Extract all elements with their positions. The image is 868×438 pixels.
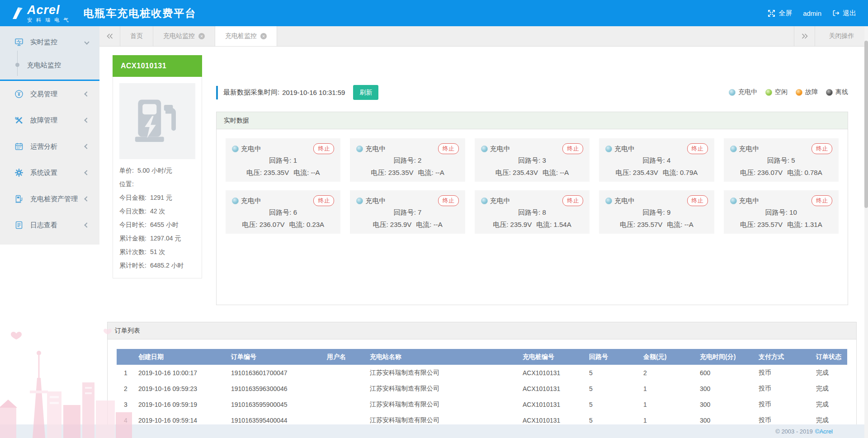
circuit-no: 1	[293, 156, 297, 164]
current-value: 1.54A	[554, 221, 571, 228]
charging-status-icon	[730, 198, 737, 204]
circuit-card: 充电中终止 回路号: 2 电压: 235.35V电流: --A	[350, 138, 465, 182]
close-operations-label: 关闭操作	[829, 32, 854, 40]
scrollbar-thumb[interactable]	[864, 41, 868, 208]
tabs-scroll-right-button[interactable]	[794, 26, 815, 46]
gear-icon	[14, 168, 24, 177]
legend-label: 故障	[805, 88, 818, 96]
status-label: 充电中	[739, 145, 760, 153]
stat-today-count: 今日次数: 42 次	[119, 207, 195, 216]
cell-circuit: 5	[585, 381, 640, 396]
fullscreen-button[interactable]: 全屏	[768, 9, 792, 18]
tab-station-monitor[interactable]: 充电站监控 ×	[153, 26, 215, 46]
cell-pile-no: ACX1010131	[519, 365, 585, 381]
stat-label: 今日时长:	[119, 221, 146, 229]
logout-button[interactable]: 退出	[832, 9, 856, 18]
collect-time-label: 最新数据采集时间:	[223, 88, 279, 97]
close-icon[interactable]: ×	[260, 33, 267, 39]
tabs-scroll-left-button[interactable]	[99, 26, 120, 46]
sidebar-item-realtime-monitor[interactable]: 实时监控	[0, 31, 99, 53]
circuit-label: 回路号:	[643, 156, 665, 164]
realtime-data-title: 实时数据	[217, 112, 848, 129]
orders-header-row: 创建日期 订单编号 用户名 充电站名称 充电桩编号 回路号 金额(元) 充电时间…	[117, 349, 847, 365]
sidebar-item-station-monitor[interactable]: 充电站监控	[0, 53, 99, 77]
sidebar-item-transactions[interactable]: 交易管理	[0, 81, 99, 107]
status-label: 充电中	[614, 145, 635, 153]
collect-time-row: 最新数据采集时间: 2019-10-16 10:31:59 刷新	[216, 85, 378, 100]
username: admin	[803, 9, 821, 17]
sidebar-item-faults[interactable]: 故障管理	[0, 107, 99, 133]
voltage-value: 235.57V	[757, 221, 783, 228]
chevron-down-icon	[84, 39, 89, 44]
col-header: 金额(元)	[640, 349, 696, 365]
status-label: 充电中	[490, 197, 510, 205]
legend-label: 充电中	[738, 88, 757, 96]
terminate-button[interactable]: 终止	[562, 143, 583, 154]
card-status: 充电中	[481, 145, 510, 153]
terminate-button[interactable]: 终止	[687, 143, 708, 154]
terminate-button[interactable]: 终止	[438, 195, 459, 206]
chevron-left-icon	[84, 170, 89, 175]
terminate-button[interactable]: 终止	[562, 195, 583, 206]
current-label: 电流:	[663, 169, 678, 176]
circuit-label: 回路号:	[643, 208, 665, 216]
circuit-card: 充电中终止 回路号: 10 电压: 235.57V电流: 1.31A	[724, 190, 839, 234]
table-row[interactable]: 1 2019-10-16 10:00:17 1910163601700047 江…	[117, 365, 847, 381]
stat-label: 位置:	[119, 180, 134, 188]
stat-value: 1291 元	[150, 193, 172, 202]
refresh-button[interactable]: 刷新	[353, 85, 378, 100]
terminate-button[interactable]: 终止	[313, 143, 334, 154]
cell-duration: 300	[696, 381, 755, 396]
logo-main: Acrel	[27, 4, 70, 16]
tab-pile-monitor[interactable]: 充电桩监控 ×	[215, 26, 277, 46]
sidebar-item-settings[interactable]: 系统设置	[0, 160, 99, 186]
current-label: 电流:	[293, 169, 309, 176]
col-header: 订单状态	[812, 349, 847, 365]
circuit-no: 7	[418, 208, 421, 216]
status-label: 充电中	[241, 197, 261, 205]
terminate-button[interactable]: 终止	[313, 195, 334, 206]
terminate-button[interactable]: 终止	[687, 195, 708, 206]
col-header: 充电桩编号	[519, 349, 585, 365]
status-label: 充电中	[365, 145, 386, 153]
user-menu[interactable]: admin	[803, 9, 821, 17]
realtime-data-panel: 实时数据 充电中终止 回路号: 1 电压: 235.35V电流: --A 充电中…	[216, 112, 848, 305]
col-header: 订单编号	[227, 349, 323, 365]
voltage-value: 236.07V	[259, 221, 285, 228]
card-status: 充电中	[730, 197, 760, 205]
offline-status-icon	[826, 89, 833, 96]
sidebar-item-analysis[interactable]: 运营分析	[0, 133, 99, 160]
circuit-no: 4	[667, 156, 670, 164]
tab-home[interactable]: 首页	[120, 26, 153, 46]
circuit-no: 10	[789, 208, 797, 216]
col-header: 充电时间(分)	[696, 349, 755, 365]
logo-text: Acrel 安 科 瑞 电 气	[27, 4, 70, 23]
voltage-value: 235.35V	[264, 169, 289, 176]
sidebar-item-pile-assets[interactable]: 充电桩资产管理	[0, 186, 99, 212]
current-label: 电流:	[542, 169, 558, 176]
card-status: 充电中	[232, 197, 261, 205]
table-row[interactable]: 2 2019-10-16 09:59:23 1910163596300046 江…	[117, 381, 847, 396]
circuit-no: 5	[791, 156, 795, 164]
terminate-button[interactable]: 终止	[438, 143, 459, 154]
sidebar-item-logs[interactable]: 日志查看	[0, 212, 99, 238]
cell-status: 完成	[812, 396, 847, 412]
current-value: 0.79A	[680, 169, 698, 176]
footer-brand-link[interactable]: ©Acrel	[815, 428, 833, 435]
voltage-value: 235.35V	[388, 169, 414, 176]
close-icon[interactable]: ×	[198, 33, 205, 39]
voltage-label: 电压:	[740, 169, 755, 176]
double-chevron-right-icon	[802, 33, 808, 39]
terminate-button[interactable]: 终止	[811, 195, 832, 206]
row-index: 3	[117, 396, 135, 412]
terminate-button[interactable]: 终止	[811, 143, 832, 154]
stat-today-amount: 今日金额: 1291 元	[119, 193, 195, 202]
col-header: 充电站名称	[366, 349, 519, 365]
vertical-scrollbar[interactable]	[864, 26, 868, 438]
sidebar-item-label: 日志查看	[30, 221, 57, 230]
status-legend: 充电中 空闲 故障 离线	[729, 88, 848, 96]
close-operations-button[interactable]: 关闭操作	[815, 26, 868, 46]
table-row[interactable]: 3 2019-10-16 09:59:19 1910163595900045 江…	[117, 396, 847, 412]
voltage-label: 电压:	[371, 169, 386, 176]
circuit-card-grid: 充电中终止 回路号: 1 电压: 235.35V电流: --A 充电中终止 回路…	[217, 129, 848, 243]
